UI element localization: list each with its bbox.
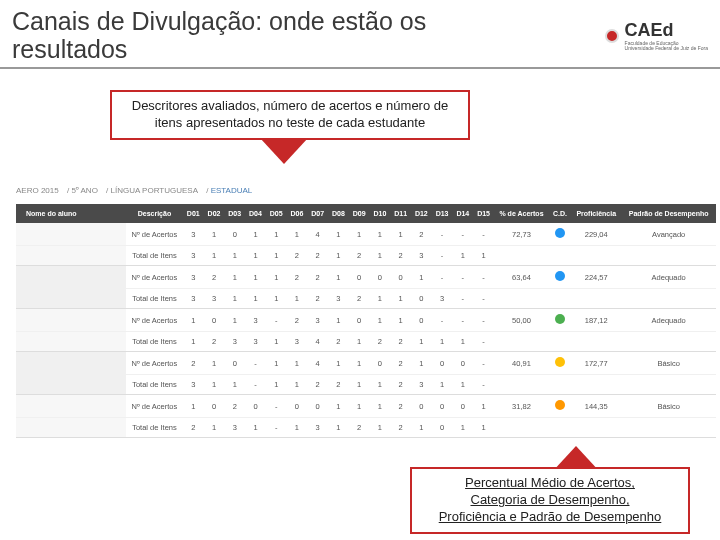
status-dot-icon [555,314,565,324]
cell-cd [549,289,571,309]
cell-prof [571,246,621,266]
cell-d: 0 [370,352,391,375]
cell-d: 1 [370,375,391,395]
th-cd: C.D. [549,204,571,223]
cell-desc: Nº de Acertos [126,352,183,375]
cell-desc: Total de Itens [126,332,183,352]
cell-d: 1 [370,309,391,332]
cell-d: 3 [224,332,245,352]
cell-d: 2 [370,332,391,352]
table-row: Nº de Acertos210-1141102100-40,91172,77B… [16,352,716,375]
cell-desc: Nº de Acertos [126,223,183,246]
cell-d: 0 [411,289,432,309]
cell-d: 3 [328,289,349,309]
cell-d: 1 [204,223,225,246]
cell-cd [549,395,571,418]
cell-d: 3 [183,223,204,246]
cell-d: 1 [245,223,266,246]
cell-d: 1 [349,395,370,418]
cell-d: 0 [452,352,473,375]
th-d06: D06 [287,204,308,223]
cell-desc: Total de Itens [126,418,183,438]
cell-d: 4 [307,352,328,375]
breadcrumb: AERO 2015 / 5º ANO / LÍNGUA PORTUGUESA /… [16,186,258,195]
callout-2-l1: Percentual Médio de Acertos, [426,475,674,492]
cell-cd [549,309,571,332]
cell-d: 3 [287,332,308,352]
cell-desc: Total de Itens [126,375,183,395]
table-row: Total de Itens311112212123-11 [16,246,716,266]
th-padrao: Padrão de Desempenho [621,204,716,223]
cell-d: 2 [411,223,432,246]
table-row: Total de Itens3311112321103-- [16,289,716,309]
table-row: Nº de Acertos321112210001---63,64224,57A… [16,266,716,289]
cell-pct: 40,91 [494,352,549,375]
cell-nome [16,332,126,352]
cell-d: 1 [287,352,308,375]
cell-d: 2 [287,246,308,266]
breadcrumb-d: ESTADUAL [211,186,253,195]
table-header-row: Nome do aluno Descrição D01 D02 D03 D04 … [16,204,716,223]
cell-d: 0 [411,395,432,418]
cell-d: 1 [266,289,287,309]
cell-d: 2 [307,246,328,266]
cell-d: 3 [245,332,266,352]
cell-prof [571,375,621,395]
cell-d: - [473,223,494,246]
cell-pct [494,332,549,352]
logo-text: CAEd [625,20,708,41]
cell-d: 1 [224,375,245,395]
cell-d: 1 [432,332,453,352]
cell-d: 0 [245,395,266,418]
cell-d: 0 [432,352,453,375]
cell-d: 1 [473,418,494,438]
cell-d: 2 [307,375,328,395]
cell-d: 2 [183,352,204,375]
cell-padrao: Adequado [621,309,716,332]
cell-d: 1 [266,352,287,375]
cell-d: - [432,309,453,332]
table-row: Total de Itens311-1122112311- [16,375,716,395]
cell-nome [16,418,126,438]
cell-nome [16,266,126,289]
cell-pct: 63,64 [494,266,549,289]
cell-d: 2 [349,289,370,309]
cell-d: 1 [411,332,432,352]
cell-prof [571,289,621,309]
cell-d: 1 [328,352,349,375]
cell-prof: 144,35 [571,395,621,418]
cell-d: 4 [307,223,328,246]
th-d11: D11 [390,204,411,223]
cell-cd [549,332,571,352]
th-nome: Nome do aluno [16,204,126,223]
logo-dot-icon [605,29,619,43]
cell-d: 0 [204,309,225,332]
cell-d: 3 [411,375,432,395]
cell-d: 0 [432,418,453,438]
cell-d: 0 [349,309,370,332]
cell-cd [549,223,571,246]
cell-d: - [473,266,494,289]
cell-d: 1 [370,223,391,246]
cell-padrao [621,246,716,266]
cell-d: 2 [390,395,411,418]
th-d01: D01 [183,204,204,223]
cell-d: 2 [204,332,225,352]
cell-d: 1 [183,332,204,352]
cell-pct [494,246,549,266]
cell-cd [549,352,571,375]
cell-d: - [245,352,266,375]
cell-d: 2 [390,352,411,375]
cell-d: 1 [432,375,453,395]
cell-d: 1 [411,352,432,375]
cell-d: 4 [307,332,328,352]
th-pct: % de Acertos [494,204,549,223]
cell-d: 1 [370,246,391,266]
cell-d: - [452,266,473,289]
status-dot-icon [555,357,565,367]
cell-d: 0 [224,352,245,375]
cell-nome [16,395,126,418]
arrow-down-icon [260,138,308,164]
cell-cd [549,246,571,266]
cell-d: 1 [473,246,494,266]
